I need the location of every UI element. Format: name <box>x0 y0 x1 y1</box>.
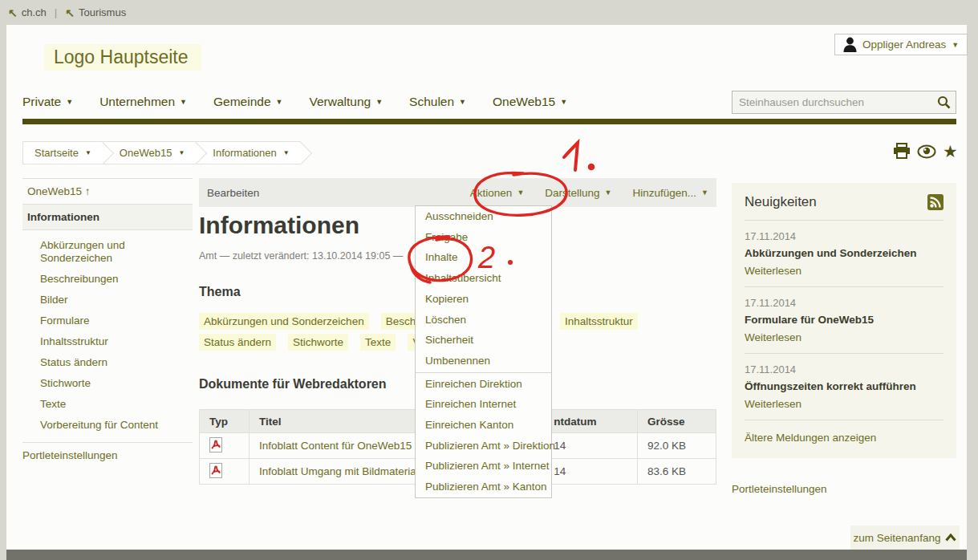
sidebar-item-inhaltsstruktur[interactable]: Inhaltsstruktur <box>40 331 193 352</box>
eye-icon[interactable] <box>917 144 936 159</box>
breadcrumb-oneweb15[interactable]: OneWeb15▼ <box>103 141 196 164</box>
sidebar-portleteinstellungen-link[interactable]: Portleteinstellungen <box>22 443 193 468</box>
nav-item-unternehmen[interactable]: Unternehmen▼ <box>99 95 187 109</box>
menu-item-einreichen-kanton[interactable]: Einreichen Kanton <box>416 415 551 436</box>
menu-label: Hinzufügen... <box>633 187 697 199</box>
menu-label: Aktionen <box>470 187 513 199</box>
menu-item-inhalte[interactable]: Inhalte <box>416 247 551 268</box>
main-nav: Private▼ Unternehmen▼ Gemeinde▼ Verwaltu… <box>22 95 567 109</box>
menu-item-publizieren-kanton[interactable]: Publizieren Amt » Kanton <box>416 477 551 497</box>
toolbar-menu-hinzufuegen[interactable]: Hinzufügen...▼ <box>633 187 708 199</box>
nav-label: OneWeb15 <box>493 95 555 109</box>
top-link-label: Tourismus <box>79 6 126 18</box>
tag-abkuerzungen[interactable]: Abkürzungen und Sonderzeichen <box>199 313 369 330</box>
toolbar-edit-tab[interactable]: Bearbeiten <box>207 187 259 199</box>
news-item-title[interactable]: Öffnungszeiten korrekt aufführen <box>745 380 944 392</box>
arrow-up-left-icon: ↖ <box>8 6 18 19</box>
toolbar-menu-aktionen[interactable]: Aktionen▼ <box>470 187 524 199</box>
news-portlet: Neuigkeiten 17.11.2014 Abkürzungen und S… <box>732 183 956 458</box>
menu-item-einreichen-internet[interactable]: Einreichen Internet <box>416 394 551 415</box>
nav-item-schulen[interactable]: Schulen▼ <box>409 95 466 109</box>
tag-stichworte[interactable]: Stichworte <box>288 334 348 351</box>
rss-icon[interactable] <box>927 194 944 210</box>
nav-label: Schulen <box>409 95 454 109</box>
chevron-down-icon: ▼ <box>517 189 524 197</box>
footer-bar <box>6 550 967 560</box>
file-type-cell <box>200 459 250 485</box>
menu-item-loeschen[interactable]: Löschen <box>416 310 551 331</box>
search-box <box>732 91 956 114</box>
nav-item-verwaltung[interactable]: Verwaltung▼ <box>309 95 383 109</box>
search-button[interactable] <box>931 91 956 113</box>
breadcrumb-label: Startseite <box>34 147 79 159</box>
news-date: 17.11.2014 <box>745 297 944 309</box>
sidebar-item-status-aendern[interactable]: Status ändern <box>40 352 193 373</box>
menu-item-publizieren-internet[interactable]: Publizieren Amt » Internet <box>416 456 551 477</box>
chevron-down-icon: ▼ <box>283 149 290 156</box>
nav-item-oneweb15[interactable]: OneWeb15▼ <box>493 95 567 109</box>
tag-texte[interactable]: Texte <box>360 334 396 351</box>
chevron-down-icon: ▼ <box>276 98 283 106</box>
tag-inhaltsstruktur[interactable]: Inhaltsstruktur <box>560 313 638 330</box>
to-top-label: zum Seitenanfang <box>854 532 941 544</box>
sidebar-item-beschreibungen[interactable]: Beschreibungen <box>40 269 193 290</box>
sidebar-item-oneweb15-up[interactable]: OneWeb15 ↑ <box>22 178 193 205</box>
star-icon[interactable]: ★ <box>943 143 958 160</box>
toolbar-menu-darstellung[interactable]: Darstellung▼ <box>545 187 611 199</box>
menu-item-publizieren-direktion[interactable]: Publizieren Amt » Direktion <box>416 436 551 457</box>
sidebar-nav: OneWeb15 ↑ Informationen Abkürzungen und… <box>22 178 193 468</box>
content-toolbar: Bearbeiten Aktionen▼ Darstellung▼ Hinzuf… <box>199 178 716 207</box>
sidebar-item-informationen-current[interactable]: Informationen <box>22 205 193 230</box>
pdf-file-icon[interactable] <box>209 437 222 452</box>
breadcrumb-informationen[interactable]: Informationen▼ <box>196 141 300 164</box>
site-logo[interactable]: Logo Hauptseite <box>44 44 201 71</box>
older-news-link[interactable]: Ältere Meldungen anzeigen <box>745 430 944 448</box>
menu-item-sicherheit[interactable]: Sicherheit <box>416 330 551 351</box>
news-item: 17.11.2014 Formulare für OneWeb15 Weiter… <box>745 297 944 343</box>
search-input[interactable] <box>732 96 931 108</box>
breadcrumb-label: OneWeb15 <box>120 147 172 159</box>
nav-label: Gemeinde <box>213 95 271 109</box>
chevron-down-icon: ▼ <box>560 98 567 106</box>
nav-item-private[interactable]: Private▼ <box>22 95 73 109</box>
weiterlesen-link[interactable]: Weiterlesen <box>745 265 944 277</box>
sidebar-item-formulare[interactable]: Formulare <box>40 310 193 331</box>
top-link-chch[interactable]: ↖ ch.ch <box>8 6 47 19</box>
tag-status-aendern[interactable]: Status ändern <box>199 334 276 351</box>
menu-item-umbenennen[interactable]: Umbenennen <box>416 351 551 371</box>
top-bar: ↖ ch.ch | ↖ Tourismus <box>0 0 978 25</box>
chevron-down-icon: ▼ <box>66 98 73 106</box>
weiterlesen-link[interactable]: Weiterlesen <box>745 398 944 410</box>
sidebar-item-stichworte[interactable]: Stichworte <box>40 373 193 394</box>
menu-item-kopieren[interactable]: Kopieren <box>416 289 551 310</box>
sidebar-item-texte[interactable]: Texte <box>40 394 193 415</box>
pdf-file-icon[interactable] <box>209 463 222 478</box>
documents-heading: Dokumente für Webredaktoren <box>199 377 387 392</box>
portleteinstellungen-link-right[interactable]: Portleteinstellungen <box>732 483 827 495</box>
menu-item-ausschneiden[interactable]: Ausschneiden <box>416 206 551 227</box>
news-item: 17.11.2014 Abkürzungen und Sonderzeichen… <box>745 230 944 277</box>
chevron-down-icon: ▼ <box>952 41 959 49</box>
top-link-tourismus[interactable]: ↖ Tourismus <box>65 6 126 19</box>
sidebar-item-bilder[interactable]: Bilder <box>40 290 193 310</box>
print-icon[interactable] <box>893 143 911 160</box>
weiterlesen-link[interactable]: Weiterlesen <box>745 331 944 343</box>
user-name: Oppliger Andreas <box>862 39 946 51</box>
thema-heading: Thema <box>199 285 241 299</box>
nav-item-gemeinde[interactable]: Gemeinde▼ <box>213 95 282 109</box>
menu-item-freigabe[interactable]: Freigabe <box>416 227 551 248</box>
breadcrumb-startseite[interactable]: Startseite▼ <box>22 141 103 164</box>
top-link-label: ch.ch <box>22 6 47 18</box>
to-top-button[interactable]: zum Seitenanfang <box>850 526 960 550</box>
chevron-down-icon: ▼ <box>605 189 612 197</box>
divider <box>745 420 944 420</box>
sidebar-item-abkuerzungen[interactable]: Abkürzungen und Sonderzeichen <box>40 235 160 269</box>
sidebar-item-vorbereitung[interactable]: Vorbereitung für Content <box>40 415 193 436</box>
news-item-title[interactable]: Abkürzungen und Sonderzeichen <box>745 247 944 259</box>
user-menu[interactable]: Oppliger Andreas ▼ <box>834 34 968 55</box>
menu-item-inhaltsuebersicht[interactable]: Inhaltsübersicht <box>416 268 551 289</box>
news-item-title[interactable]: Formulare für OneWeb15 <box>745 314 944 326</box>
menu-item-einreichen-direktion[interactable]: Einreichen Direktion <box>416 374 551 395</box>
column-header-typ: Typ <box>200 410 250 433</box>
aktionen-dropdown-menu: Ausschneiden Freigabe Inhalte Inhaltsübe… <box>415 205 552 498</box>
